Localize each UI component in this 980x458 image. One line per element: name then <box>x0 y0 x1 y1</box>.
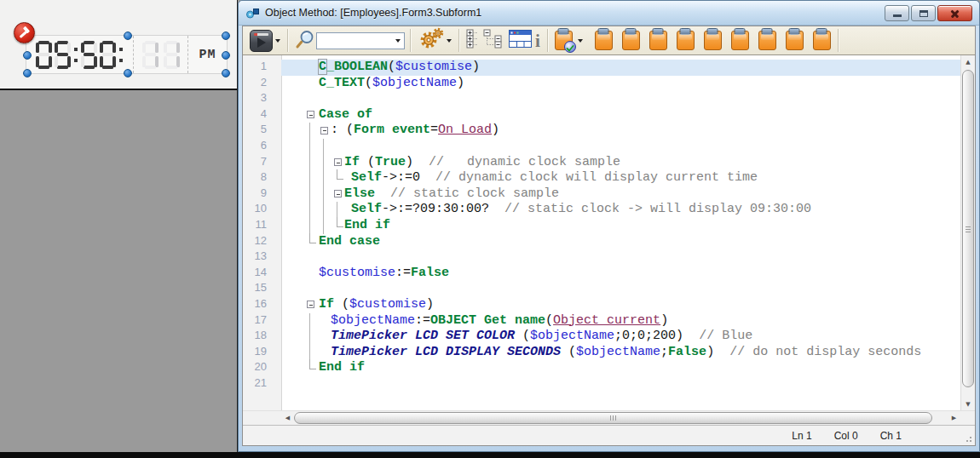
selection-handle[interactable] <box>222 69 230 77</box>
code-line[interactable]: 7If (True) // dynamic clock sample <box>243 155 960 171</box>
code-line[interactable]: 6 <box>243 139 960 155</box>
form-window-button[interactable] <box>507 28 533 54</box>
line-number: 4 <box>243 107 281 123</box>
line-number: 7 <box>243 155 281 171</box>
code-line[interactable]: 4Case of <box>243 107 960 123</box>
code-line[interactable]: 13 <box>243 249 960 266</box>
line-number: 5 <box>243 123 281 139</box>
code-line[interactable]: 1C_BOOLEAN($customise) <box>243 60 960 76</box>
close-button[interactable] <box>937 5 972 21</box>
selection-handle[interactable] <box>124 69 132 77</box>
screen: PM Object <box>0 0 980 458</box>
clipboard-button-9[interactable] <box>811 28 833 54</box>
collapse-all-button[interactable] <box>481 28 507 54</box>
toolbar-separator <box>458 29 459 52</box>
code-line[interactable]: 19TimePicker LCD DISPLAY SECONDS ($objec… <box>243 345 960 361</box>
scroll-up-button[interactable]: ▲ <box>961 55 975 68</box>
code-line[interactable]: 2C_TEXT($objectName) <box>243 76 960 92</box>
execute-method-button[interactable] <box>248 28 282 54</box>
selection-handle[interactable] <box>23 51 32 60</box>
code-lines: 1C_BOOLEAN($customise)2C_TEXT($objectNam… <box>243 60 960 392</box>
toolbar-separator <box>838 29 839 52</box>
code-line[interactable]: 15 <box>243 281 960 297</box>
column-indicator: Col 0 <box>834 430 858 442</box>
bottom-bar <box>0 452 980 458</box>
selection-handle[interactable] <box>23 69 32 77</box>
scroll-left-button[interactable]: ◀ <box>281 411 294 424</box>
code-line[interactable]: 20End if <box>243 360 960 376</box>
selection-handle[interactable] <box>222 51 230 60</box>
clipboard-button-8[interactable] <box>784 28 805 54</box>
search-button[interactable] <box>293 28 316 54</box>
scroll-right-button[interactable]: ▶ <box>948 411 960 424</box>
scrollbar-corner <box>960 411 975 425</box>
code-line[interactable]: 8Self->:=0 // dynamic clock will display… <box>243 170 960 186</box>
code-line[interactable]: 3 <box>243 91 960 107</box>
code-line[interactable]: 5: (Form event=On Load) <box>243 123 960 139</box>
information-button[interactable]: i <box>533 28 542 54</box>
code-editor[interactable]: 1C_BOOLEAN($customise)2C_TEXT($objectNam… <box>243 55 960 410</box>
code-line[interactable]: 17$objectName:=OBJECT Get name(Object cu… <box>243 313 960 329</box>
fold-toggle[interactable] <box>334 190 342 198</box>
selection-handle[interactable] <box>124 31 132 40</box>
macros-button[interactable] <box>553 28 585 54</box>
scrollbar-gutter-gap <box>243 411 281 425</box>
expand-all-button[interactable] <box>464 28 481 54</box>
maximize-button[interactable] <box>911 5 936 21</box>
code-line[interactable]: 14$customise:=False <box>243 266 960 282</box>
lcd-seconds <box>134 36 188 73</box>
char-indicator: Ch 1 <box>880 430 902 442</box>
form-canvas: PM <box>0 0 237 90</box>
code-line[interactable]: 18TimePicker LCD SET COLOR ($objectName;… <box>243 329 960 345</box>
window-titlebar[interactable]: Object Method: [Employees].Form3.Subform… <box>239 1 979 26</box>
combo-dropdown-button[interactable] <box>392 33 404 49</box>
vertical-scroll-track[interactable] <box>961 68 975 398</box>
clipboard-icon <box>786 31 804 50</box>
code-line[interactable]: 10Self->:=?09:30:00? // static clock -> … <box>243 202 960 218</box>
code-line[interactable]: 11End if <box>243 218 960 234</box>
clipboard-button-1[interactable] <box>593 28 614 54</box>
vertical-scroll-thumb[interactable] <box>962 70 974 387</box>
code-line[interactable]: 9Else // static clock sample <box>243 186 960 203</box>
toolbar-separator <box>410 29 411 52</box>
line-number: 2 <box>243 76 281 92</box>
collapse-all-icon <box>483 29 505 52</box>
horizontal-scroll-track[interactable] <box>294 411 948 425</box>
vertical-scrollbar[interactable]: ▲ ▼ <box>960 55 975 410</box>
clipboard-button-6[interactable] <box>729 28 751 54</box>
line-number: 15 <box>243 281 281 297</box>
line-number: 11 <box>243 218 281 234</box>
clipboard-button-2[interactable] <box>620 28 642 54</box>
fold-toggle[interactable] <box>320 127 328 135</box>
lcd-digit <box>164 41 180 69</box>
fold-toggle[interactable] <box>307 301 314 308</box>
line-number: 19 <box>243 345 281 361</box>
search-icon <box>295 29 314 53</box>
search-input[interactable] <box>317 34 392 48</box>
fold-toggle[interactable] <box>334 158 342 166</box>
line-indicator: Ln 1 <box>792 430 811 442</box>
resize-grip[interactable] <box>970 440 971 442</box>
method-properties-button[interactable] <box>416 28 453 54</box>
clipboard-icon <box>595 31 613 50</box>
lcd-clock-widget[interactable]: PM <box>26 35 228 74</box>
selection-handle[interactable] <box>222 31 230 40</box>
search-combobox[interactable] <box>316 32 405 49</box>
clipboard-button-3[interactable] <box>648 28 669 54</box>
scroll-down-button[interactable]: ▼ <box>961 398 975 410</box>
clipboard-button-5[interactable] <box>702 28 723 54</box>
lcd-colon <box>118 41 124 69</box>
lcd-digit <box>81 41 97 69</box>
code-line[interactable]: 16If ($customise) <box>243 297 960 313</box>
lcd-digit <box>142 41 159 69</box>
object-method-badge[interactable] <box>14 22 35 43</box>
fold-toggle[interactable] <box>307 111 314 118</box>
clipboard-icon <box>649 31 667 50</box>
lcd-colon <box>73 41 78 69</box>
code-line[interactable]: 12End case <box>243 234 960 250</box>
minimize-button[interactable] <box>885 5 909 21</box>
clipboard-button-7[interactable] <box>757 28 778 54</box>
clipboard-button-4[interactable] <box>675 28 696 54</box>
horizontal-scroll-thumb[interactable] <box>294 412 932 424</box>
code-line[interactable]: 21 <box>243 376 960 392</box>
